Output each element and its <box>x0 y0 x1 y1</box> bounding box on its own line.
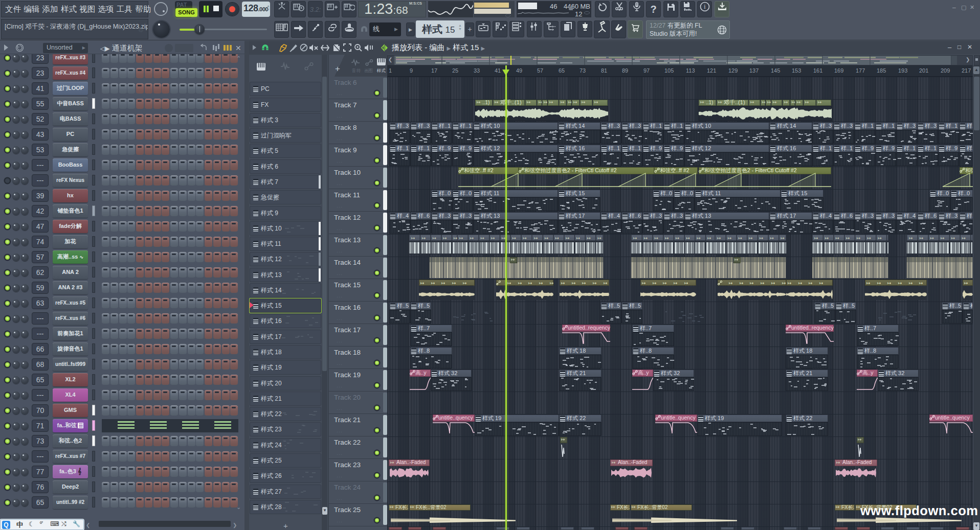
svg-text:↦: ↦ <box>550 281 553 286</box>
svg-text:↦: ↦ <box>420 281 425 286</box>
svg-text:↦: ↦ <box>964 281 968 286</box>
svg-text:↦: ↦ <box>750 281 754 286</box>
svg-text:↦: ↦ <box>866 281 871 286</box>
svg-text:↦: ↦ <box>809 281 813 286</box>
svg-text:↦: ↦ <box>431 281 435 286</box>
svg-text:↦: ↦ <box>729 281 733 286</box>
svg-text:↦: ↦ <box>771 281 775 286</box>
svg-text:↦: ↦ <box>684 281 688 286</box>
svg-text:↦: ↦ <box>528 281 532 286</box>
svg-text:↦: ↦ <box>782 281 786 286</box>
svg-text:↦: ↦ <box>463 281 467 286</box>
svg-text:↦: ↦ <box>887 281 892 286</box>
svg-text:↦: ↦ <box>642 281 646 286</box>
svg-text:↦: ↦ <box>572 281 576 286</box>
svg-text:↦: ↦ <box>604 281 608 286</box>
svg-text:↦: ↦ <box>909 281 913 286</box>
svg-text:↦: ↦ <box>819 281 823 286</box>
svg-text:↦: ↦ <box>452 281 456 286</box>
svg-text:↦: ↦ <box>788 281 792 286</box>
svg-text:↦: ↦ <box>740 281 744 286</box>
svg-text:i: i <box>704 3 706 10</box>
svg-text:↦: ↦ <box>539 281 543 286</box>
svg-text:↦: ↦ <box>441 281 446 286</box>
svg-text:↦: ↦ <box>761 281 765 286</box>
svg-text:↦: ↦ <box>663 281 667 286</box>
svg-text:↦: ↦ <box>593 281 597 286</box>
svg-text:↦: ↦ <box>919 281 923 286</box>
svg-text:↦: ↦ <box>582 281 586 286</box>
svg-text:↦: ↦ <box>674 281 678 286</box>
svg-text:↦: ↦ <box>561 281 565 286</box>
svg-text:↦: ↦ <box>798 281 803 286</box>
svg-text:↦: ↦ <box>898 281 902 286</box>
svg-text:↦: ↦ <box>653 281 657 286</box>
svg-text:↦: ↦ <box>877 281 881 286</box>
svg-text:↦: ↦ <box>518 281 522 286</box>
